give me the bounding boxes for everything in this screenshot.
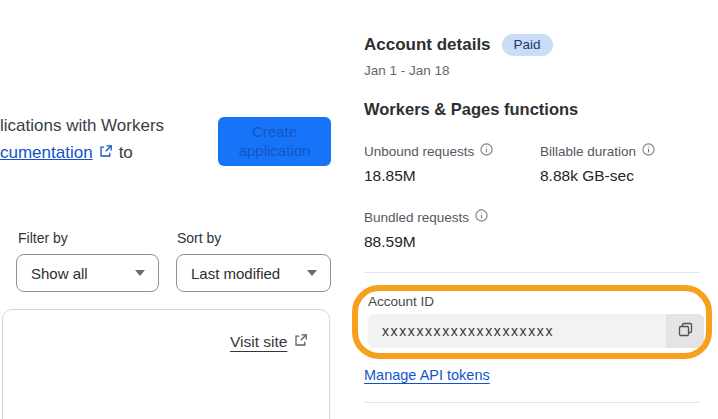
- stat-billable-duration: Billable duration 8.88k GB-sec: [540, 143, 655, 185]
- filter-by-label: Filter by: [18, 230, 68, 246]
- info-icon[interactable]: [475, 209, 488, 225]
- paid-badge: Paid: [502, 34, 553, 56]
- workers-pages-dashboard: lications with Workers cumentation to Cr…: [0, 0, 718, 419]
- stat-label: Unbound requests: [364, 144, 474, 159]
- account-details-title: Account details: [364, 35, 491, 55]
- stat-value: 8.88k GB-sec: [540, 167, 655, 185]
- intro-text-after-link: to: [119, 143, 133, 163]
- account-id-field[interactable]: xxxxxxxxxxxxxxxxxxxx: [368, 314, 704, 348]
- account-id-value: xxxxxxxxxxxxxxxxxxxx: [368, 323, 666, 339]
- chevron-down-icon: [135, 270, 145, 276]
- sort-by-label: Sort by: [177, 230, 221, 246]
- account-details-header: Account details Paid: [364, 34, 553, 56]
- stat-label: Billable duration: [540, 144, 636, 159]
- account-id-label: Account ID: [368, 294, 434, 309]
- external-link-icon: [99, 143, 113, 163]
- info-icon[interactable]: [642, 143, 655, 159]
- stat-label: Bundled requests: [364, 210, 469, 225]
- documentation-link[interactable]: cumentation: [0, 143, 93, 163]
- create-application-button[interactable]: Create application: [218, 117, 331, 166]
- manage-api-tokens-link[interactable]: Manage API tokens: [364, 367, 490, 383]
- copy-account-id-button[interactable]: [666, 314, 704, 348]
- intro-text-line2: cumentation to: [0, 143, 133, 163]
- stat-value: 88.59M: [364, 233, 488, 251]
- functions-section-title: Workers & Pages functions: [364, 100, 578, 119]
- project-card: Visit site: [2, 309, 330, 419]
- external-link-icon: [294, 333, 308, 351]
- stat-value: 18.85M: [364, 167, 493, 185]
- sort-dropdown[interactable]: Last modified: [176, 254, 331, 292]
- sort-dropdown-value: Last modified: [191, 265, 280, 282]
- stat-bundled-requests: Bundled requests 88.59M: [364, 209, 488, 251]
- stat-unbound-requests: Unbound requests 18.85M: [364, 143, 493, 185]
- divider: [364, 402, 700, 403]
- info-icon[interactable]: [480, 143, 493, 159]
- intro-text-line1: lications with Workers: [0, 116, 164, 136]
- filter-dropdown[interactable]: Show all: [16, 254, 159, 292]
- date-range: Jan 1 - Jan 18: [364, 63, 450, 78]
- chevron-down-icon: [307, 270, 317, 276]
- visit-site-link[interactable]: Visit site: [230, 333, 287, 351]
- filter-dropdown-value: Show all: [31, 265, 88, 282]
- visit-site-row: Visit site: [230, 333, 308, 351]
- divider: [364, 272, 700, 273]
- copy-icon: [677, 321, 694, 341]
